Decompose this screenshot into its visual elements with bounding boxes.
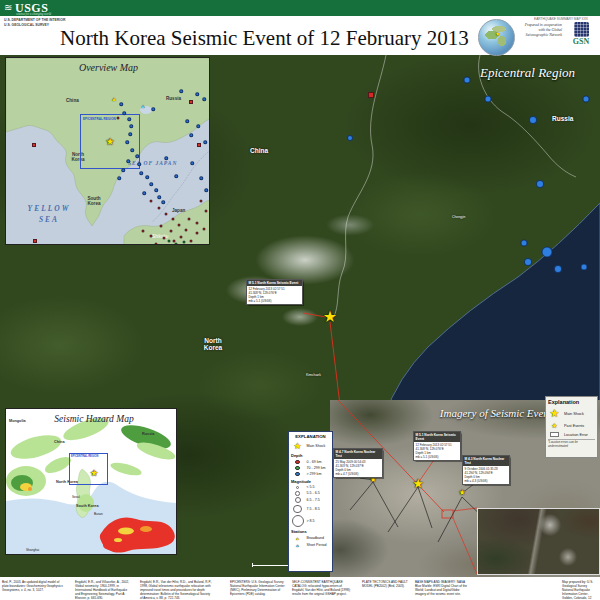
seismicity-dot <box>581 264 588 271</box>
hazard-epicenter-star: ★ <box>90 469 98 478</box>
ov-label-japan: Japan <box>172 208 185 213</box>
dot-marker <box>204 188 208 192</box>
region-title: Epicentral Region <box>480 65 575 81</box>
imagery-explanation-title: Explanation <box>548 399 595 405</box>
dot-marker <box>128 132 132 136</box>
dot-marker <box>175 243 178 246</box>
dot-marker <box>165 213 168 216</box>
seismicity-dot <box>529 116 537 124</box>
event-site-photo-inset <box>477 508 600 575</box>
ov-label-yellow-sea: YELLOW SEA <box>20 204 78 225</box>
event-callout: M 5.1 North Korea Seismic Event 12 Febru… <box>246 279 303 305</box>
depth-deep-swatch <box>295 472 300 477</box>
dot-marker <box>150 235 153 238</box>
dot-marker <box>135 154 139 158</box>
dot-marker <box>142 230 145 233</box>
sq-marker <box>33 239 37 243</box>
label-kimchaek: Kimchaek <box>306 373 321 377</box>
seismicity-dot <box>485 96 492 103</box>
station-triangle: ▲ <box>111 96 117 102</box>
dot-marker <box>137 162 141 166</box>
seismic-hazard-map-inset: Seismic Hazard Map Mongolia China Russia… <box>5 408 177 555</box>
dot-marker <box>196 124 200 128</box>
seismicity-dot <box>524 258 532 266</box>
dot-marker <box>126 159 130 163</box>
dot-marker <box>158 207 161 210</box>
dot-marker <box>117 176 121 180</box>
callout-2009-test: M 4.7 North Korea Nuclear Test 25 May 20… <box>333 448 383 478</box>
location-error-swatch <box>550 432 559 437</box>
reference: BASE MAPS AND IMAGERY: NASA Blue Marble;… <box>415 580 467 596</box>
dot-marker <box>157 195 161 199</box>
station-triangle: ▲ <box>141 104 146 109</box>
magnitude-circle-5 <box>292 515 304 527</box>
main-shock-star-icon <box>548 407 561 420</box>
dot-marker <box>188 218 191 221</box>
dot-marker <box>179 89 183 93</box>
magnitude-circle-4 <box>293 505 302 514</box>
reference: Bird, P., 2003, An updated digital model… <box>2 580 64 592</box>
dot-marker <box>130 148 134 152</box>
dot-marker <box>183 241 186 244</box>
dot-marker <box>205 210 208 213</box>
station-square <box>368 92 374 98</box>
dot-marker <box>180 236 183 239</box>
main-shock-star-icon <box>291 441 304 451</box>
dot-marker <box>160 225 163 228</box>
dot-marker <box>203 228 206 231</box>
dot-marker <box>127 117 131 121</box>
dot-marker <box>139 171 143 175</box>
map-legend: EXPLANATION Main Shock Depth 0 - 69 km 7… <box>288 431 333 572</box>
label-north-korea: North Korea <box>198 337 228 351</box>
reference: Map prepared by: U.S. Geological Survey … <box>562 580 598 600</box>
seismicity-dot <box>521 240 528 247</box>
label-china: China <box>250 147 268 154</box>
magnitude-circle-1 <box>296 486 299 489</box>
dot-marker <box>122 111 126 115</box>
seismicity-dot <box>542 247 553 258</box>
past-event-star: ★ <box>458 489 465 497</box>
gsn-logo: GSN <box>566 22 596 46</box>
sq-marker <box>32 143 36 147</box>
reference: PLATE TECTONICS AND FAULT MODEL (PB2002)… <box>362 580 410 588</box>
seismicity-dot <box>583 96 590 103</box>
dot-marker <box>155 243 158 246</box>
dot-marker <box>117 117 120 120</box>
dot-marker <box>191 245 194 246</box>
gsn-globe-icon <box>574 22 589 37</box>
overview-epicenter-star: ★ <box>106 137 115 147</box>
sq-marker <box>189 100 193 104</box>
magnitude-circle-3 <box>295 497 301 503</box>
dot-marker <box>195 92 199 96</box>
dot-marker <box>189 133 193 137</box>
dot-marker <box>200 200 203 203</box>
hazard-epicentral-label: EPICENTRAL REGION <box>71 455 98 458</box>
dot-marker <box>168 240 171 243</box>
hazard-epicentral-box: EPICENTRAL REGION <box>69 453 108 485</box>
dot-marker <box>172 218 175 221</box>
dot-marker <box>199 176 203 180</box>
dot-marker <box>202 97 206 101</box>
series-label: EARTHQUAKE SUMMARY MAP XXX <box>524 17 598 21</box>
department-lines: U.S. DEPARTMENT OF THE INTERIOR U.S. GEO… <box>4 18 65 28</box>
dot-marker <box>163 237 166 240</box>
ov-label-china: China <box>66 98 79 103</box>
depth-shallow-swatch <box>295 460 300 465</box>
past-event-star-icon <box>548 422 561 430</box>
dot-marker <box>183 245 186 246</box>
label-chongjin: Chongjin <box>452 215 465 219</box>
overview-title: Overview Map <box>61 62 156 73</box>
dot-marker <box>129 124 133 128</box>
sq-marker <box>197 143 201 147</box>
seismicity-dot <box>536 180 544 188</box>
usgs-tagline: science for a changing world <box>16 12 51 16</box>
reference: Engdahl, E.R., and Villaseñor, A., 2002,… <box>75 580 133 600</box>
dot-marker <box>164 156 168 160</box>
page-title: North Korea Seismic Event of 12 February… <box>60 26 460 51</box>
main-shock-star: ★ <box>323 309 337 325</box>
dot-marker <box>170 230 173 233</box>
legend-magnitude-title: Magnitude <box>291 479 330 484</box>
legend-stations-title: Stations <box>291 529 330 534</box>
usgs-wave-icon: ≋ <box>4 2 12 13</box>
short-period-triangle-icon <box>291 543 304 548</box>
